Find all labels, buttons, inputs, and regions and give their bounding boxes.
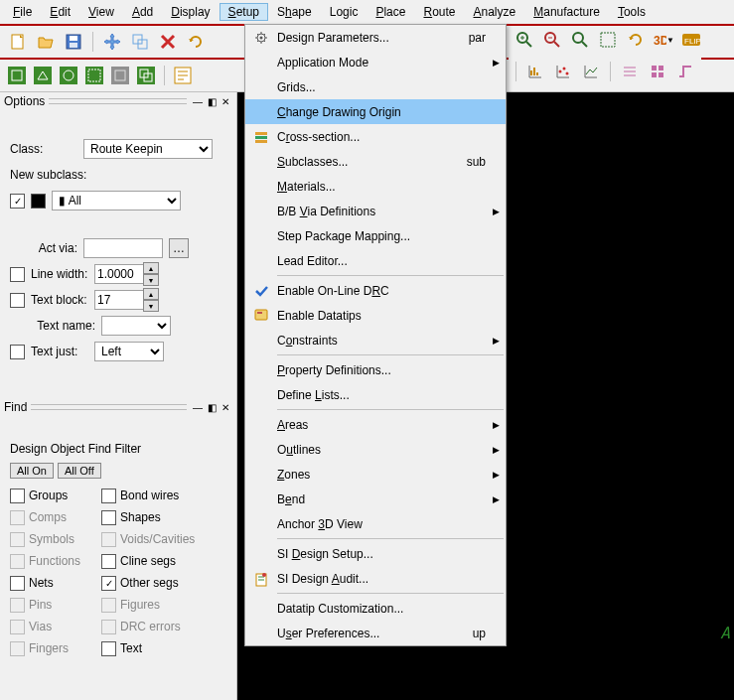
shape-tool-6[interactable] [135,65,157,86]
act-via-input[interactable] [83,238,163,258]
menu-item[interactable]: Display [162,3,219,21]
grid-icon[interactable] [646,60,669,83]
menu-item[interactable]: SI Design Setup... [245,541,506,566]
spinner-down-2[interactable]: ▼ [143,300,159,312]
subclass-select[interactable]: ▮ All [52,191,181,210]
class-label: Class: [10,142,77,156]
menu-item[interactable]: Subclasses...sub [245,149,506,174]
checkbox[interactable] [101,576,116,591]
menu-item[interactable]: Tools [609,3,655,21]
list-icon[interactable] [618,60,642,83]
menu-item[interactable]: Edit [41,3,79,21]
zoom-in-icon[interactable] [513,28,536,52]
menu-item[interactable]: B/B Via Definitions▶ [245,199,506,223]
menu-item[interactable]: Add [123,3,162,21]
copy-button[interactable] [128,30,152,54]
route-icon[interactable] [673,60,697,83]
menu-item[interactable]: Logic [321,3,367,21]
find-panel-title: Find — ◧ ✕ [0,398,236,416]
menu-item[interactable]: File [4,3,41,21]
menu-item[interactable]: Design Parameters...par [245,25,506,50]
menu-item[interactable]: Setup [220,3,268,21]
spinner-up-2[interactable]: ▲ [143,288,159,300]
delete-button[interactable] [156,30,180,54]
minimize-icon[interactable]: — [191,94,205,108]
text-just-select[interactable]: Left [94,342,164,361]
zoom-prev-icon[interactable] [624,28,648,52]
close-icon[interactable]: ✕ [219,94,232,108]
menu-item[interactable]: Place [367,3,414,21]
chart-icon-1[interactable] [523,60,547,83]
new-file-button[interactable] [6,30,30,54]
menu-item[interactable]: Property Definitions... [245,357,506,382]
menu-item[interactable]: Grids... [245,74,506,99]
spinner-down-1[interactable]: ▼ [143,274,159,286]
new-subclass-checkbox[interactable] [10,194,25,209]
menu-item[interactable]: User Preferences...up [245,621,506,645]
menu-item[interactable]: Application Mode▶ [245,50,506,74]
menu-item[interactable]: Constraints▶ [245,328,506,352]
shape-tool-4[interactable] [83,65,105,86]
text-block-checkbox[interactable] [10,293,25,308]
text-name-select[interactable] [101,316,171,336]
flip-icon[interactable]: FLIP [679,28,703,52]
line-width-input[interactable] [94,264,144,284]
text-block-input[interactable] [94,290,144,310]
shape-tool-5[interactable] [109,65,131,86]
chart-icon-2[interactable] [551,60,575,83]
save-button[interactable] [62,30,85,54]
class-select[interactable]: Route Keepin [83,139,213,159]
all-off-button[interactable]: All Off [58,463,101,479]
open-file-button[interactable] [34,30,58,54]
menu-item[interactable]: Lead Editor... [245,248,506,273]
menu-item[interactable]: SI Design Audit... [245,566,506,591]
menu-item[interactable]: Route [414,3,464,21]
menu-item[interactable]: Change Drawing Origin [245,99,506,124]
checkbox[interactable] [10,576,25,591]
line-width-checkbox[interactable] [10,267,25,282]
menu-item[interactable]: Datatip Customization... [245,596,506,621]
menu-item[interactable]: Define Lists... [245,382,506,407]
menu-item[interactable]: Enable Datatips [245,303,506,328]
checkbox[interactable] [101,554,116,569]
all-on-button[interactable]: All On [10,463,54,479]
menu-item[interactable]: Shape [268,3,321,21]
dock-icon[interactable]: ◧ [205,94,219,108]
act-via-browse-button[interactable]: … [169,238,189,258]
menu-item[interactable]: View [79,3,123,21]
spinner-up-1[interactable]: ▲ [143,262,159,274]
checkbox[interactable] [10,489,25,503]
checkbox[interactable] [101,510,116,525]
minimize-icon[interactable]: — [191,400,205,414]
subclass-color-swatch[interactable] [31,194,46,209]
menu-item[interactable]: Enable On-Line DRC [245,278,506,303]
menu-item[interactable]: Bend▶ [245,487,506,511]
menu-item[interactable]: Cross-section... [245,124,506,149]
checkbox[interactable] [101,489,116,503]
move-button[interactable] [100,30,124,54]
svg-rect-9 [60,67,77,84]
menu-item[interactable]: Manufacture [524,3,609,21]
menu-item[interactable]: Areas▶ [245,412,506,437]
zoom-fit-icon[interactable] [568,28,592,52]
dock-icon[interactable]: ◧ [205,400,219,414]
3d-view-icon[interactable]: 3D▼ [652,28,675,52]
menu-item[interactable]: Outlines▶ [245,437,506,462]
menu-item[interactable]: Analyze [465,3,525,21]
menu-item[interactable]: Zones▶ [245,462,506,487]
chart-icon-3[interactable] [579,60,603,83]
shape-tool-7[interactable] [172,65,194,86]
text-just-checkbox[interactable] [10,345,25,359]
menu-item[interactable]: Materials... [245,174,506,199]
shape-tool-3[interactable] [58,65,79,86]
zoom-window-icon[interactable] [596,28,620,52]
shape-tool-1[interactable] [6,65,28,86]
close-icon[interactable]: ✕ [219,400,232,414]
menu-item-label: Property Definitions... [273,363,490,377]
undo-button[interactable] [184,30,208,54]
menu-item[interactable]: Anchor 3D View [245,511,506,536]
zoom-out-icon[interactable] [540,28,564,52]
menu-item[interactable]: Step Package Mapping... [245,223,506,248]
checkbox[interactable] [101,641,116,656]
shape-tool-2[interactable] [32,65,54,86]
